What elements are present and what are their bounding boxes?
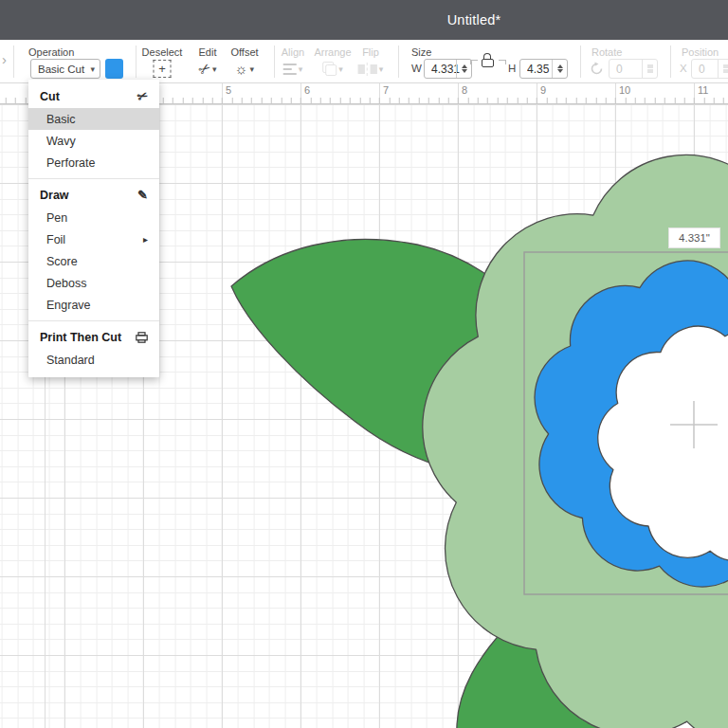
ruler-number: 9 (540, 84, 546, 96)
arrange-icon (322, 62, 337, 76)
flip-icon (358, 63, 377, 76)
height-field[interactable] (519, 59, 568, 79)
operation-value: Basic Cut (38, 64, 84, 75)
divider (136, 46, 136, 78)
deselect-button[interactable]: + (154, 59, 172, 79)
menu-item-wavy[interactable]: Wavy (28, 130, 159, 152)
width-label: W (411, 63, 422, 74)
divider (670, 46, 671, 78)
menu-item-basic[interactable]: Basic (28, 108, 159, 130)
title-bar: Untitled* (0, 0, 728, 40)
arrange-button: ▾ (322, 59, 343, 79)
ruler-number: 11 (698, 84, 708, 96)
chevron-down-icon: ▾ (90, 60, 95, 79)
flip-button: ▾ (358, 59, 384, 79)
ruler-number: 6 (304, 84, 310, 96)
menu-item-standard[interactable]: Standard (28, 349, 159, 371)
menu-item-deboss[interactable]: Deboss (28, 272, 159, 294)
lock-bracket (499, 60, 506, 64)
rotate-icon (590, 62, 604, 76)
divider (580, 46, 581, 78)
document-title: Untitled* (447, 12, 501, 27)
rotate-stepper (642, 60, 657, 78)
position-label: Position (682, 46, 719, 58)
scissors-icon: ✂ (136, 89, 150, 104)
offset-sun-icon: ☼ (235, 62, 248, 76)
position-axis-label: X (680, 63, 687, 74)
width-stepper[interactable] (456, 60, 471, 78)
rotate-field (609, 59, 658, 79)
menu-separator (28, 320, 159, 321)
operation-menu: Cut ✂ Basic Wavy Perforate Draw ✎ Pen Fo… (28, 80, 159, 377)
position-x-field (691, 59, 728, 79)
divider (398, 46, 399, 78)
align-icon (283, 64, 297, 75)
chevron-down-icon: ▾ (338, 64, 343, 74)
align-label: Align (282, 46, 304, 58)
deselect-icon: + (154, 60, 172, 78)
chevron-down-icon: ▾ (379, 64, 384, 74)
scissors-pencil-icon: ✂ (195, 60, 213, 79)
edit-button[interactable]: ✂ ▾ (198, 59, 216, 79)
flip-label: Flip (362, 46, 379, 58)
ruler-number: 10 (619, 84, 630, 96)
size-lock[interactable] (474, 53, 502, 78)
arrange-label: Arrange (314, 46, 351, 58)
color-swatch[interactable] (105, 59, 123, 79)
selection-width-badge: 4.331" (668, 228, 720, 248)
menu-header-print-then-cut: Print Then Cut (28, 325, 159, 349)
operation-select[interactable]: Basic Cut ▾ (30, 59, 100, 79)
edit-toolbar: › Operation Basic Cut ▾ Deselect + Edit … (0, 40, 728, 83)
printer-icon (136, 332, 148, 343)
chevron-down-icon: ▾ (299, 64, 303, 74)
menu-header-draw: Draw ✎ (28, 183, 159, 207)
edit-label: Edit (199, 46, 217, 58)
size-label: Size (411, 46, 431, 58)
menu-item-engrave[interactable]: Engrave (28, 294, 159, 316)
height-label: H (508, 63, 516, 74)
menu-header-cut: Cut ✂ (28, 84, 159, 108)
menu-item-perforate[interactable]: Perforate (28, 152, 159, 173)
rotate-label: Rotate (592, 46, 622, 58)
ruler-number: 5 (226, 84, 231, 96)
panel-collapse-icon[interactable]: › (2, 51, 7, 67)
divider (274, 46, 275, 78)
position-x-stepper (718, 60, 728, 78)
ruler-number: 8 (462, 84, 467, 96)
menu-separator (28, 178, 159, 179)
width-field[interactable] (424, 59, 472, 79)
divider (13, 46, 14, 78)
menu-item-foil[interactable]: Foil ▸ (28, 228, 159, 250)
submenu-arrow-icon: ▸ (143, 234, 148, 245)
height-stepper[interactable] (552, 60, 567, 78)
menu-item-score[interactable]: Score (28, 250, 159, 272)
offset-label: Offset (230, 46, 258, 58)
deselect-label: Deselect (142, 46, 183, 58)
operation-label: Operation (28, 46, 74, 58)
ruler-number: 7 (383, 84, 389, 96)
menu-item-pen[interactable]: Pen (28, 207, 159, 228)
lock-bracket (470, 60, 478, 64)
chevron-down-icon: ▾ (250, 64, 255, 74)
align-button: ▾ (283, 59, 303, 79)
pencil-icon: ✎ (137, 189, 148, 201)
offset-button[interactable]: ☼ ▾ (235, 59, 254, 79)
